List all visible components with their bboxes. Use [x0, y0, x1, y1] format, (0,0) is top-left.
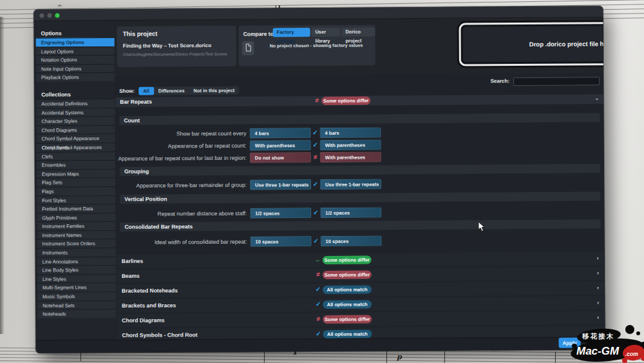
project-file-name: Finding the Way – Test Score.dorico — [123, 43, 211, 49]
compare-status-text: No project chosen - showing factory valu… — [270, 43, 374, 48]
sidebar-item-notation-options[interactable]: Notation Options — [36, 55, 115, 64]
chevron-left-icon[interactable]: ‹ — [597, 296, 599, 309]
search-input[interactable] — [513, 77, 600, 86]
option-row: Appearance of bar repeat count: With par… — [116, 137, 604, 152]
status-badge: All options match — [323, 300, 372, 309]
sidebar-item-chord-symbol-appearance-components[interactable]: Chord Symbol Appearance Components — [37, 133, 115, 142]
match-icon[interactable]: ✓ — [311, 209, 320, 216]
group-header-vertical-position: Vertical Position — [120, 191, 600, 204]
section-row-beams[interactable]: Beams ≠ Some options differ ‹ — [117, 266, 605, 283]
close-window-button[interactable] — [39, 14, 44, 18]
sidebar-item-music-symbols[interactable]: Music Symbols — [37, 291, 116, 300]
sidebar-item-expression-maps[interactable]: Expression Maps — [37, 169, 115, 178]
section-row-chord-diagrams[interactable]: Chord Diagrams ≠ Some options differ ‹ — [117, 311, 605, 328]
sidebar-item-playback-options[interactable]: Playback Options — [36, 72, 115, 81]
status-badge: All options match — [323, 330, 372, 338]
sidebar-item-layout-options[interactable]: Layout Options — [36, 46, 115, 55]
sidebar-item-note-input-options[interactable]: Note Input Options — [36, 64, 115, 73]
group-header-consolidated-bar-repeats: Consolidated Bar Repeats — [120, 219, 600, 231]
sidebar-item-flags[interactable]: Flags — [37, 186, 115, 195]
option-row: Show bar repeat count every 4 bars ✓ 4 b… — [116, 125, 604, 139]
section-row-bracketed-noteheads[interactable]: Bracketed Noteheads ✓ All options match … — [117, 281, 605, 298]
option-row: Appearance of bar repeat count for last … — [116, 150, 604, 164]
value-box-factory: With parentheses — [320, 139, 381, 150]
match-icon[interactable]: ✓ — [311, 181, 320, 188]
sidebar-item-clefs[interactable]: Clefs — [37, 151, 115, 160]
sidebar-item-engraving-options[interactable]: Engraving Options — [36, 37, 115, 46]
option-label: Repeat number distance above staff: — [116, 210, 250, 217]
match-icon[interactable]: ✓ — [312, 237, 321, 244]
match-icon[interactable]: ✓ — [311, 129, 320, 136]
project-file-path: /Users/ohughes/Documents/Dorico Projects… — [123, 52, 227, 57]
section-title: Brackets and Braces — [122, 299, 176, 313]
section-row-barlines[interactable]: Barlines ← Some options differ ‹ — [117, 251, 605, 268]
value-box-factory: 1/2 spaces — [320, 207, 381, 218]
value-box-project: 10 spaces — [251, 236, 312, 247]
sidebar-item-multi-segment-lines[interactable]: Multi-Segment Lines — [37, 282, 116, 291]
dropzone-text: Drop .dorico project file here — [463, 26, 605, 63]
show-tab-all[interactable]: All — [138, 86, 154, 95]
chevron-down-icon[interactable]: ‹ — [592, 98, 601, 100]
sidebar-item-font-styles[interactable]: Font Styles — [37, 195, 115, 204]
section-row-brackets-and-braces[interactable]: Brackets and Braces ✓ All options match … — [117, 296, 605, 313]
value-box-project: 4 bars — [250, 128, 311, 139]
sidebar-item-accidental-definitions[interactable]: Accidental Definitions — [36, 99, 115, 108]
minimize-window-button[interactable] — [47, 14, 52, 18]
value-box-factory: With parentheses — [320, 152, 381, 162]
this-project-title: This project — [123, 30, 158, 37]
sidebar-item-flag-sets[interactable]: Flag Sets — [37, 177, 115, 186]
mouse-cursor — [478, 222, 486, 232]
sidebar-options-header: Options — [36, 29, 115, 38]
match-icon[interactable]: ✓ — [311, 141, 320, 148]
collapsed-section-list: Barlines ← Some options differ ‹ Beams ≠… — [117, 251, 605, 342]
restored-arrow-icon: ← — [314, 256, 323, 263]
show-tab-not-in-project[interactable]: Not in this project — [189, 86, 240, 94]
dorico-project-dropzone[interactable]: Drop .dorico project file here — [459, 22, 605, 66]
value-box-factory: 4 bars — [320, 127, 381, 138]
option-label: Appearance for three-bar remainder of gr… — [116, 181, 250, 188]
option-label: Appearance of bar repeat count for last … — [116, 154, 250, 161]
status-badge: Some options differ — [323, 256, 372, 264]
sidebar-item-notehead-sets[interactable]: Notehead Sets — [37, 300, 116, 309]
chevron-left-icon[interactable]: ‹ — [597, 311, 599, 324]
sidebar-item-instrument-names[interactable]: Instrument Names — [37, 230, 115, 239]
status-badge: Some options differ — [321, 97, 370, 105]
tab-factory-settings[interactable]: Factory settings — [273, 28, 310, 37]
match-icon: ✓ — [314, 286, 323, 293]
chevron-left-icon[interactable]: ‹ — [597, 251, 599, 265]
differ-icon[interactable]: ≠ — [311, 153, 320, 161]
differ-icon: ≠ — [314, 271, 323, 278]
choose-project-button[interactable] — [242, 41, 254, 55]
sidebar-item-glyph-primitives[interactable]: Glyph Primitives — [37, 213, 115, 222]
sidebar-item-chord-diagrams[interactable]: Chord Diagrams — [36, 125, 115, 134]
sidebar-item-character-styles[interactable]: Character Styles — [36, 116, 115, 125]
show-label: Show: — [119, 88, 135, 93]
chevron-left-icon[interactable]: ‹ — [597, 281, 599, 295]
sidebar-item-line-body-styles[interactable]: Line Body Styles — [37, 265, 116, 274]
sidebar-item-noteheads[interactable]: Noteheads — [37, 309, 116, 318]
value-box-project: With parentheses — [250, 140, 311, 151]
group-header-grouping: Grouping — [120, 164, 600, 176]
sidebar-item-instrument-score-orders[interactable]: Instrument Score Orders — [37, 239, 116, 248]
sidebar-item-chord-symbol-appearances[interactable]: Chord Symbol Appearances — [37, 142, 115, 152]
sidebar-item-line-annotations[interactable]: Line Annotations — [37, 257, 116, 266]
watermark-chinese-text: 移花接木 — [582, 332, 614, 340]
option-row: Appearance for three-bar remainder of gr… — [116, 177, 604, 191]
sidebar-collections-header: Collections — [36, 90, 115, 99]
compare-tabs: Factory settings User library Dorico pro… — [273, 27, 375, 37]
zoom-window-button[interactable] — [55, 13, 59, 17]
section-title: Bracketed Noteheads — [122, 284, 178, 298]
sidebar-item-line-styles[interactable]: Line Styles — [37, 274, 116, 283]
show-tab-differences[interactable]: Differences — [154, 86, 189, 95]
photo-edge-shadow — [0, 17, 5, 334]
group-header-count: Count — [119, 113, 600, 125]
sidebar-item-fretted-instrument-data[interactable]: Fretted Instrument Data — [37, 204, 115, 213]
sidebar-item-ensembles[interactable]: Ensembles — [37, 160, 115, 169]
sidebar-item-instrument-families[interactable]: Instrument Families — [37, 221, 115, 230]
tab-user-library[interactable]: User library — [311, 28, 340, 37]
sidebar-item-instruments[interactable]: Instruments — [37, 248, 116, 257]
tab-dorico-project[interactable]: Dorico project — [341, 27, 375, 36]
sidebar-item-accidental-systems[interactable]: Accidental Systems — [36, 108, 115, 117]
chevron-left-icon[interactable]: ‹ — [597, 266, 599, 280]
differ-icon: ≠ — [314, 315, 323, 322]
